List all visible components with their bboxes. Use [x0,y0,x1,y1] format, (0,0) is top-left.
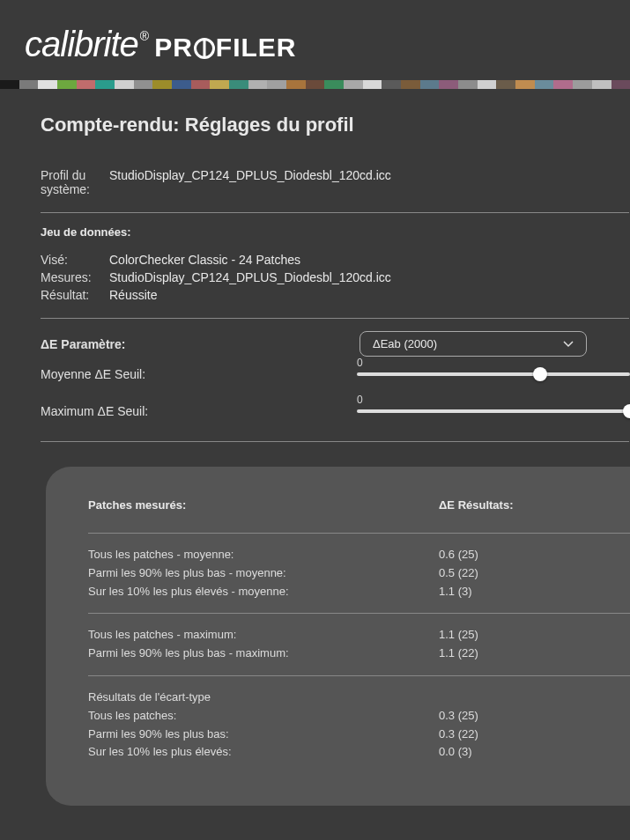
color-swatch [57,80,77,89]
result-label: Parmi les 90% les plus bas - maximum: [88,645,439,663]
logo-brand: calibrite [25,25,138,64]
max-threshold-thumb[interactable] [623,404,630,418]
result-label: Parmi les 90% les plus bas: [88,726,439,744]
result-row: Parmi les 90% les plus bas - maximum:1.1… [88,645,630,663]
results-header: Patches mesurés: ΔE Résultats: [88,498,630,512]
result-label: Tous les patches - maximum: [88,626,439,645]
result-label: Résultats de l'écart-type [88,689,439,707]
divider [41,318,629,319]
result-label: Sur les 10% les plus élevés - moyenne: [88,583,439,601]
color-swatch [267,80,286,89]
divider [41,441,629,442]
results-block: Tous les patches - moyenne:0.6 (25)Parmi… [88,533,630,613]
color-swatch [553,80,573,89]
color-swatch [420,80,440,89]
color-swatch [210,80,229,89]
result-row: Sur les 10% les plus élevés - moyenne:1.… [88,583,630,601]
target-row: Visé: ColorChecker Classic - 24 Patches [41,253,630,267]
divider [41,212,629,213]
color-swatch [306,80,325,89]
de-param-select-value: ΔEab (2000) [373,337,437,350]
dataset-section-label: Jeu de données: [41,225,630,239]
result-value: 0.6 (25) [439,546,478,564]
result-row: Sur les 10% les plus élevés:0.0 (3) [88,743,630,762]
result-value: 1.1 (22) [439,645,478,663]
color-swatch [535,80,554,89]
color-swatch [191,80,211,89]
color-swatch [515,80,535,89]
chevron-down-icon [563,341,574,348]
result-label: Parmi les 90% les plus bas - moyenne: [88,564,439,583]
max-threshold-label: Maximum ΔE Seuil: [41,404,357,418]
results-block: Résultats de l'écart-typeTous les patche… [88,675,630,774]
color-swatch [401,80,420,89]
de-param-select[interactable]: ΔEab (2000) [359,331,587,357]
color-swatch [19,80,39,89]
measures-value: StudioDisplay_CP124_DPLUS_Diodesbl_120cd… [109,270,391,284]
result-row: Tous les patches - maximum:1.1 (25) [88,626,630,645]
de-param-label: ΔE Paramètre: [41,337,359,351]
color-swatch [439,80,458,89]
results-header-left: Patches mesurés: [88,498,439,512]
color-swatch [172,80,191,89]
color-swatch [229,80,248,89]
result-value: 1.1 (25) [439,626,478,645]
result-label: Tous les patches - moyenne: [88,546,439,564]
color-swatch [611,80,631,89]
result-value: 0.5 (22) [439,564,478,583]
result-row: Parmi les 90% les plus bas - moyenne:0.5… [88,564,630,583]
color-swatch [286,80,306,89]
measures-label: Mesures: [41,270,109,284]
color-swatch [324,80,344,89]
result-row: Résultat: Réussite [41,288,630,302]
result-value: Réussite [109,288,157,302]
color-swatch [458,80,478,89]
logo-registered: ® [140,29,149,43]
result-value: 0.0 (3) [439,743,472,762]
color-swatch [0,80,19,89]
color-swatch [382,80,401,89]
avg-threshold-min: 0 [357,357,363,369]
measures-row: Mesures: StudioDisplay_CP124_DPLUS_Diode… [41,270,630,284]
results-block: Tous les patches - maximum:1.1 (25)Parmi… [88,613,630,675]
color-swatch [152,80,172,89]
result-row: Tous les patches - moyenne:0.6 (25) [88,546,630,564]
color-swatch [77,80,96,89]
result-row: Résultats de l'écart-type [88,689,630,707]
result-row: Tous les patches:0.3 (25) [88,707,630,726]
result-value: 0.3 (22) [439,726,478,744]
target-label: Visé: [41,253,109,267]
result-label: Tous les patches: [88,707,439,726]
logo-product: PRFILER [154,33,296,63]
app-logo: calibrite ® PRFILER [0,0,630,80]
color-swatch [115,80,134,89]
page-title: Compte-rendu: Réglages du profil [41,114,630,136]
result-label: Résultat: [41,288,109,302]
avg-threshold-thumb[interactable] [533,367,547,381]
system-profile-value: StudioDisplay_CP124_DPLUS_Diodesbl_120cd… [109,168,391,196]
color-swatch [363,80,382,89]
color-swatch [344,80,363,89]
avg-threshold-label: Moyenne ΔE Seuil: [41,367,357,381]
color-swatch [478,80,497,89]
result-value: 1.1 (3) [439,583,472,601]
color-swatch [496,80,515,89]
color-swatch [95,80,115,89]
system-profile-label: Profil du système: [41,168,109,196]
color-swatch [248,80,268,89]
color-swatch [573,80,592,89]
results-header-right: ΔE Résultats: [439,498,513,512]
target-value: ColorChecker Classic - 24 Patches [109,253,300,267]
max-threshold-min: 0 [357,394,363,406]
color-swatch [38,80,57,89]
color-swatch [592,80,611,89]
results-panel: Patches mesurés: ΔE Résultats: Tous les … [46,467,630,806]
result-value: 0.3 (25) [439,707,478,726]
result-row: Parmi les 90% les plus bas:0.3 (22) [88,726,630,744]
system-profile-row: Profil du système: StudioDisplay_CP124_D… [41,168,630,196]
color-bar [0,80,630,89]
max-threshold-slider[interactable] [357,409,630,413]
result-label: Sur les 10% les plus élevés: [88,743,439,762]
color-swatch [134,80,153,89]
avg-threshold-slider[interactable] [357,372,630,376]
